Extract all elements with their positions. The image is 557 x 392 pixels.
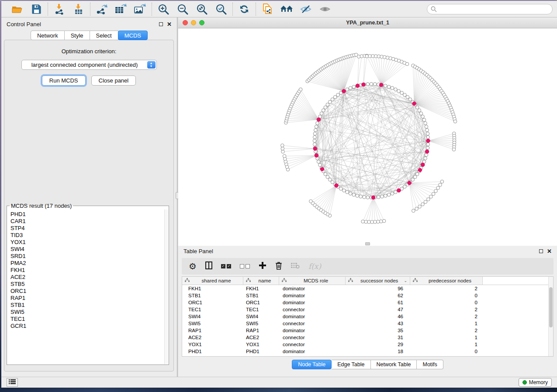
- network-node[interactable]: [324, 106, 327, 109]
- mcds-hub-node[interactable]: [426, 139, 430, 143]
- network-node[interactable]: [391, 192, 394, 196]
- zoom-fit-button[interactable]: [195, 3, 208, 16]
- network-node[interactable]: [315, 125, 318, 128]
- network-node[interactable]: [434, 189, 438, 193]
- network-node[interactable]: [408, 98, 412, 101]
- network-node[interactable]: [411, 178, 415, 182]
- network-node[interactable]: [452, 148, 456, 151]
- network-node[interactable]: [363, 196, 366, 199]
- delete-table-button[interactable]: [291, 261, 300, 272]
- network-node[interactable]: [320, 112, 323, 115]
- import-network-button[interactable]: [53, 3, 66, 16]
- network-node[interactable]: [394, 88, 398, 91]
- task-history-button[interactable]: [7, 378, 18, 387]
- network-node[interactable]: [373, 83, 377, 86]
- mcds-hub-node[interactable]: [379, 83, 383, 87]
- result-node[interactable]: STP4: [10, 225, 164, 232]
- network-node[interactable]: [331, 98, 334, 101]
- network-node[interactable]: [318, 163, 322, 167]
- network-node[interactable]: [316, 122, 319, 125]
- network-node[interactable]: [453, 120, 457, 123]
- network-node[interactable]: [309, 199, 313, 203]
- network-node[interactable]: [281, 144, 284, 147]
- table-row[interactable]: SWI4SWI4dominator462: [182, 313, 553, 320]
- result-node[interactable]: RAP1: [10, 295, 164, 302]
- run-mcds-button[interactable]: Run MCDS: [42, 76, 86, 86]
- network-node[interactable]: [418, 109, 421, 112]
- network-node[interactable]: [336, 93, 340, 97]
- network-node[interactable]: [352, 85, 356, 89]
- network-node[interactable]: [425, 125, 428, 128]
- export-network-button[interactable]: [95, 3, 108, 16]
- result-node[interactable]: FKH1: [10, 267, 164, 274]
- network-node[interactable]: [377, 220, 380, 224]
- first-neighbors-button[interactable]: [280, 3, 293, 16]
- zoom-selected-button[interactable]: [214, 3, 228, 16]
- network-node[interactable]: [356, 194, 359, 198]
- network-node[interactable]: [352, 193, 356, 196]
- horizontal-splitter-grip[interactable]: [365, 242, 370, 245]
- table-row[interactable]: RAP1RAP1dominator352: [182, 327, 553, 334]
- open-session-button[interactable]: [10, 3, 24, 16]
- network-node[interactable]: [381, 195, 384, 198]
- result-node[interactable]: CAR1: [10, 218, 164, 225]
- result-node[interactable]: PMA2: [10, 260, 164, 267]
- network-node[interactable]: [343, 189, 346, 193]
- network-node[interactable]: [283, 155, 286, 158]
- network-node[interactable]: [424, 122, 427, 125]
- network-node[interactable]: [415, 172, 419, 176]
- table-scrollbar[interactable]: [548, 277, 553, 356]
- network-node[interactable]: [313, 132, 317, 135]
- table-row[interactable]: STB1STB1dominator620: [182, 292, 553, 299]
- zoom-out-button[interactable]: [176, 3, 189, 16]
- float-panel-icon[interactable]: [159, 22, 163, 26]
- result-node[interactable]: STB5: [10, 281, 164, 288]
- table-row[interactable]: FKH1FKH1dominator962: [182, 285, 553, 292]
- network-node[interactable]: [326, 175, 329, 179]
- criterion-dropdown[interactable]: largest connected component (undirected)…: [21, 60, 157, 70]
- network-node[interactable]: [422, 118, 426, 122]
- memory-button[interactable]: Memory: [519, 378, 552, 387]
- network-node[interactable]: [397, 89, 401, 93]
- network-node[interactable]: [322, 109, 325, 112]
- result-scrollbar[interactable]: [164, 210, 168, 364]
- network-node[interactable]: [394, 190, 398, 194]
- table-row[interactable]: SWI5SWI5connector431: [182, 320, 553, 327]
- network-node[interactable]: [418, 205, 422, 209]
- tab-mcds[interactable]: MCDS: [118, 31, 148, 40]
- network-node[interactable]: [384, 194, 387, 198]
- close-panel-icon[interactable]: ✕: [547, 248, 552, 254]
- network-node[interactable]: [426, 136, 430, 139]
- network-node[interactable]: [349, 192, 352, 196]
- network-node[interactable]: [387, 193, 391, 196]
- table-row[interactable]: ACE2ACE2connector311: [182, 334, 553, 341]
- result-node[interactable]: SWI4: [10, 246, 164, 253]
- table-row[interactable]: PHD1PHD1dominator180: [182, 348, 553, 355]
- network-node[interactable]: [426, 132, 429, 135]
- network-node[interactable]: [426, 128, 429, 132]
- network-canvas[interactable]: [178, 28, 557, 246]
- network-node[interactable]: [324, 172, 327, 176]
- network-node[interactable]: [429, 195, 433, 199]
- network-node[interactable]: [328, 178, 332, 182]
- close-panel-icon[interactable]: ✕: [167, 21, 172, 27]
- export-image-button[interactable]: [134, 3, 147, 16]
- network-node[interactable]: [419, 112, 423, 115]
- network-from-selection-button[interactable]: [261, 3, 274, 16]
- delete-column-button[interactable]: [275, 261, 282, 272]
- network-node[interactable]: [427, 198, 430, 201]
- network-node[interactable]: [361, 220, 365, 224]
- network-node[interactable]: [359, 195, 363, 198]
- tab-node-table[interactable]: Node Table: [292, 360, 332, 369]
- mcds-hub-node[interactable]: [317, 118, 321, 122]
- mcds-hub-node[interactable]: [408, 181, 412, 185]
- search-input[interactable]: [427, 4, 553, 14]
- network-node[interactable]: [403, 185, 407, 189]
- network-node[interactable]: [406, 96, 409, 99]
- mcds-hub-node[interactable]: [421, 163, 425, 167]
- column-header-successor-nodes[interactable]: successor nodes⌄: [346, 277, 410, 285]
- result-node[interactable]: PHD1: [10, 211, 164, 218]
- close-panel-button[interactable]: Close panel: [91, 76, 136, 86]
- network-node[interactable]: [281, 150, 285, 154]
- tab-network-table[interactable]: Network Table: [371, 360, 417, 369]
